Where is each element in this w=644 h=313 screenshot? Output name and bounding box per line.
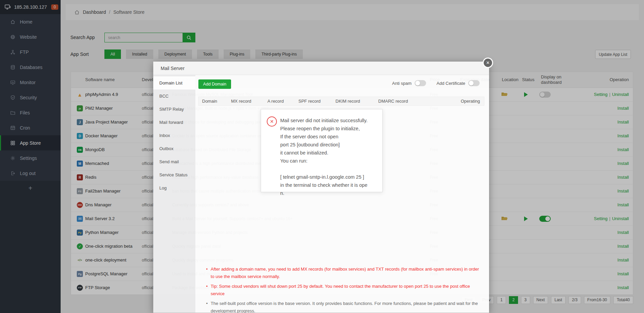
anti-spam-label: Anti spam bbox=[392, 81, 412, 86]
modal-tab-mail-forward[interactable]: Mail forward bbox=[153, 116, 195, 129]
modal-tab-outbox[interactable]: Outbox bbox=[153, 142, 195, 155]
modal-content: Add Domain Anti spam Add Certificate Dom… bbox=[195, 75, 489, 313]
mail-server-modal: ✕ Mail Server Domain ListBCCSMTP RelayMa… bbox=[153, 62, 489, 313]
modal-tab-inbox[interactable]: Inbox bbox=[153, 129, 195, 142]
modal-tab-list: Domain ListBCCSMTP RelayMail forwardInbo… bbox=[153, 75, 195, 313]
col-operating: Operating bbox=[461, 97, 480, 105]
modal-tab-log[interactable]: Log bbox=[153, 181, 195, 195]
modal-tab-send-mail[interactable]: Send mail bbox=[153, 155, 195, 168]
modal-tab-domain-list[interactable]: Domain List bbox=[153, 76, 195, 90]
modal-body: Domain ListBCCSMTP RelayMail forwardInbo… bbox=[153, 75, 489, 313]
col-a-record: A record bbox=[267, 97, 284, 105]
anti-spam-toggle[interactable] bbox=[415, 80, 426, 86]
modal-note: •The self-built post office version is t… bbox=[206, 300, 483, 313]
note-text: After adding a domain name, you need to … bbox=[211, 266, 483, 280]
init-error-dialog: ✕ Mail server did not initialize success… bbox=[261, 109, 383, 192]
note-text: The self-built post office version is th… bbox=[211, 300, 483, 313]
app-store-page: 185.28.100.127 0 HomeWebsiteFTPDatabases… bbox=[0, 0, 644, 313]
modal-note: •Tip: Some cloud vendors will shut down … bbox=[206, 283, 483, 298]
domain-table-header: Domain MX record A record SPF record DKI… bbox=[198, 97, 484, 106]
modal-title: Mail Server bbox=[153, 62, 489, 75]
modal-close-button[interactable]: ✕ bbox=[483, 58, 493, 68]
modal-note: •After adding a domain name, you need to… bbox=[206, 266, 483, 280]
modal-tab-smtp-relay[interactable]: SMTP Relay bbox=[153, 103, 195, 116]
init-error-message: Mail server did not initialize successfu… bbox=[280, 116, 378, 197]
anti-spam-control: Anti spam bbox=[392, 80, 426, 86]
error-circle-icon: ✕ bbox=[267, 116, 277, 127]
add-domain-button[interactable]: Add Domain bbox=[198, 79, 231, 89]
bullet-icon: • bbox=[206, 266, 208, 280]
col-dkim-record: DKIM record bbox=[335, 97, 360, 105]
col-mx-record: MX record bbox=[231, 97, 251, 105]
col-spf-record: SPF record bbox=[298, 97, 321, 105]
modal-tab-bcc[interactable]: BCC bbox=[153, 90, 195, 103]
add-certificate-toggle[interactable] bbox=[468, 80, 480, 86]
modal-tab-service-status[interactable]: Service Status bbox=[153, 168, 195, 181]
toggle-knob bbox=[469, 81, 474, 85]
note-text: Tip: Some cloud vendors will shut down p… bbox=[211, 283, 483, 298]
add-certificate-control: Add Certificate bbox=[437, 80, 480, 86]
add-certificate-label: Add Certificate bbox=[437, 81, 465, 86]
col-domain: Domain bbox=[202, 97, 217, 105]
modal-notes: •After adding a domain name, you need to… bbox=[206, 266, 483, 313]
close-icon: ✕ bbox=[486, 60, 490, 65]
bullet-icon: • bbox=[206, 283, 208, 298]
col-dmarc-record: DMARC record bbox=[378, 97, 408, 105]
bullet-icon: • bbox=[206, 300, 208, 313]
toggle-knob bbox=[415, 81, 420, 85]
